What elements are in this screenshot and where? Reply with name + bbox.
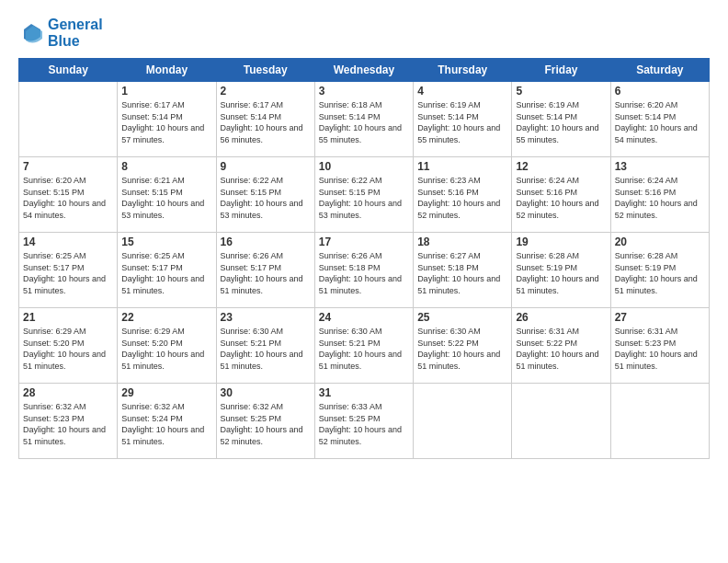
calendar-cell: 14Sunrise: 6:25 AMSunset: 5:17 PMDayligh… bbox=[19, 233, 118, 308]
day-number: 12 bbox=[516, 160, 606, 173]
calendar-week-4: 21Sunrise: 6:29 AMSunset: 5:20 PMDayligh… bbox=[19, 308, 710, 384]
day-number: 19 bbox=[516, 236, 606, 248]
day-info: Sunrise: 6:25 AMSunset: 5:17 PMDaylight:… bbox=[121, 250, 211, 296]
day-info: Sunrise: 6:31 AMSunset: 5:22 PMDaylight:… bbox=[516, 326, 606, 372]
day-info: Sunrise: 6:30 AMSunset: 5:21 PMDaylight:… bbox=[319, 326, 409, 372]
calendar-cell: 9Sunrise: 6:22 AMSunset: 5:15 PMDaylight… bbox=[216, 157, 314, 233]
day-info: Sunrise: 6:19 AMSunset: 5:14 PMDaylight:… bbox=[516, 99, 606, 145]
day-info: Sunrise: 6:26 AMSunset: 5:17 PMDaylight:… bbox=[221, 250, 311, 296]
day-header-saturday: Saturday bbox=[610, 59, 709, 82]
day-info: Sunrise: 6:30 AMSunset: 5:21 PMDaylight:… bbox=[221, 326, 311, 372]
day-number: 22 bbox=[121, 311, 211, 324]
day-header-sunday: Sunday bbox=[19, 59, 118, 82]
day-header-monday: Monday bbox=[118, 59, 216, 82]
calendar-cell: 12Sunrise: 6:24 AMSunset: 5:16 PMDayligh… bbox=[512, 157, 610, 233]
day-number: 30 bbox=[221, 386, 311, 399]
day-number: 9 bbox=[221, 160, 311, 173]
day-number: 1 bbox=[121, 85, 211, 98]
calendar-cell bbox=[19, 82, 118, 157]
day-number: 18 bbox=[417, 236, 507, 248]
day-info: Sunrise: 6:20 AMSunset: 5:15 PMDaylight:… bbox=[23, 175, 113, 221]
day-number: 6 bbox=[615, 85, 705, 98]
day-info: Sunrise: 6:29 AMSunset: 5:20 PMDaylight:… bbox=[121, 326, 211, 372]
day-info: Sunrise: 6:22 AMSunset: 5:15 PMDaylight:… bbox=[221, 175, 311, 221]
day-info: Sunrise: 6:21 AMSunset: 5:15 PMDaylight:… bbox=[121, 175, 211, 221]
day-number: 5 bbox=[516, 85, 606, 98]
day-number: 3 bbox=[319, 85, 409, 98]
day-number: 14 bbox=[23, 236, 113, 248]
day-info: Sunrise: 6:32 AMSunset: 5:25 PMDaylight:… bbox=[221, 401, 311, 447]
calendar-cell: 10Sunrise: 6:22 AMSunset: 5:15 PMDayligh… bbox=[314, 157, 413, 233]
calendar-cell: 8Sunrise: 6:21 AMSunset: 5:15 PMDaylight… bbox=[118, 157, 216, 233]
day-header-tuesday: Tuesday bbox=[216, 59, 314, 82]
logo: General Blue bbox=[18, 17, 103, 49]
day-info: Sunrise: 6:18 AMSunset: 5:14 PMDaylight:… bbox=[319, 99, 409, 145]
calendar-cell: 17Sunrise: 6:26 AMSunset: 5:18 PMDayligh… bbox=[314, 233, 413, 308]
day-number: 20 bbox=[615, 236, 705, 248]
day-info: Sunrise: 6:30 AMSunset: 5:22 PMDaylight:… bbox=[417, 326, 507, 372]
day-number: 8 bbox=[121, 160, 211, 173]
calendar-cell: 22Sunrise: 6:29 AMSunset: 5:20 PMDayligh… bbox=[118, 308, 216, 384]
calendar-week-1: 1Sunrise: 6:17 AMSunset: 5:14 PMDaylight… bbox=[19, 82, 710, 157]
calendar-cell: 5Sunrise: 6:19 AMSunset: 5:14 PMDaylight… bbox=[512, 82, 610, 157]
day-number: 23 bbox=[221, 311, 311, 324]
day-info: Sunrise: 6:32 AMSunset: 5:24 PMDaylight:… bbox=[121, 401, 211, 447]
day-number: 17 bbox=[319, 236, 409, 248]
calendar-cell: 2Sunrise: 6:17 AMSunset: 5:14 PMDaylight… bbox=[216, 82, 314, 157]
calendar-cell: 21Sunrise: 6:29 AMSunset: 5:20 PMDayligh… bbox=[19, 308, 118, 384]
calendar-cell: 18Sunrise: 6:27 AMSunset: 5:18 PMDayligh… bbox=[414, 233, 512, 308]
day-number: 21 bbox=[23, 311, 113, 324]
calendar-cell: 1Sunrise: 6:17 AMSunset: 5:14 PMDaylight… bbox=[118, 82, 216, 157]
calendar-cell: 31Sunrise: 6:33 AMSunset: 5:25 PMDayligh… bbox=[314, 384, 413, 459]
calendar-cell bbox=[414, 384, 512, 459]
day-number: 2 bbox=[221, 85, 311, 98]
day-number: 15 bbox=[121, 236, 211, 248]
day-number: 7 bbox=[23, 160, 113, 173]
day-info: Sunrise: 6:25 AMSunset: 5:17 PMDaylight:… bbox=[23, 250, 113, 296]
calendar-cell: 3Sunrise: 6:18 AMSunset: 5:14 PMDaylight… bbox=[314, 82, 413, 157]
day-info: Sunrise: 6:20 AMSunset: 5:14 PMDaylight:… bbox=[615, 99, 705, 145]
calendar-table: SundayMondayTuesdayWednesdayThursdayFrid… bbox=[18, 58, 710, 459]
calendar-cell: 30Sunrise: 6:32 AMSunset: 5:25 PMDayligh… bbox=[216, 384, 314, 459]
calendar-cell: 13Sunrise: 6:24 AMSunset: 5:16 PMDayligh… bbox=[610, 157, 709, 233]
calendar-cell: 28Sunrise: 6:32 AMSunset: 5:23 PMDayligh… bbox=[19, 384, 118, 459]
day-info: Sunrise: 6:27 AMSunset: 5:18 PMDaylight:… bbox=[417, 250, 507, 296]
day-number: 24 bbox=[319, 311, 409, 324]
header: General Blue bbox=[18, 17, 710, 49]
calendar-cell bbox=[610, 384, 709, 459]
day-info: Sunrise: 6:17 AMSunset: 5:14 PMDaylight:… bbox=[221, 99, 311, 145]
day-number: 16 bbox=[221, 236, 311, 248]
calendar-cell: 24Sunrise: 6:30 AMSunset: 5:21 PMDayligh… bbox=[314, 308, 413, 384]
calendar-cell: 25Sunrise: 6:30 AMSunset: 5:22 PMDayligh… bbox=[414, 308, 512, 384]
day-number: 29 bbox=[121, 386, 211, 399]
day-header-thursday: Thursday bbox=[414, 59, 512, 82]
calendar-cell: 15Sunrise: 6:25 AMSunset: 5:17 PMDayligh… bbox=[118, 233, 216, 308]
day-info: Sunrise: 6:33 AMSunset: 5:25 PMDaylight:… bbox=[319, 401, 409, 447]
day-info: Sunrise: 6:23 AMSunset: 5:16 PMDaylight:… bbox=[417, 175, 507, 221]
calendar-cell: 4Sunrise: 6:19 AMSunset: 5:14 PMDaylight… bbox=[414, 82, 512, 157]
calendar-cell: 26Sunrise: 6:31 AMSunset: 5:22 PMDayligh… bbox=[512, 308, 610, 384]
calendar-page: General Blue SundayMondayTuesdayWednesda… bbox=[0, 0, 728, 563]
day-number: 13 bbox=[615, 160, 705, 173]
day-info: Sunrise: 6:24 AMSunset: 5:16 PMDaylight:… bbox=[516, 175, 606, 221]
day-number: 27 bbox=[615, 311, 705, 324]
day-number: 25 bbox=[417, 311, 507, 324]
calendar-cell: 29Sunrise: 6:32 AMSunset: 5:24 PMDayligh… bbox=[118, 384, 216, 459]
calendar-cell: 11Sunrise: 6:23 AMSunset: 5:16 PMDayligh… bbox=[414, 157, 512, 233]
day-header-friday: Friday bbox=[512, 59, 610, 82]
day-info: Sunrise: 6:28 AMSunset: 5:19 PMDaylight:… bbox=[516, 250, 606, 296]
day-number: 10 bbox=[319, 160, 409, 173]
logo-text: General Blue bbox=[48, 17, 103, 49]
calendar-week-3: 14Sunrise: 6:25 AMSunset: 5:17 PMDayligh… bbox=[19, 233, 710, 308]
calendar-cell: 6Sunrise: 6:20 AMSunset: 5:14 PMDaylight… bbox=[610, 82, 709, 157]
day-info: Sunrise: 6:22 AMSunset: 5:15 PMDaylight:… bbox=[319, 175, 409, 221]
day-info: Sunrise: 6:19 AMSunset: 5:14 PMDaylight:… bbox=[417, 99, 507, 145]
day-info: Sunrise: 6:17 AMSunset: 5:14 PMDaylight:… bbox=[121, 99, 211, 145]
calendar-cell: 19Sunrise: 6:28 AMSunset: 5:19 PMDayligh… bbox=[512, 233, 610, 308]
day-info: Sunrise: 6:26 AMSunset: 5:18 PMDaylight:… bbox=[319, 250, 409, 296]
calendar-cell: 27Sunrise: 6:31 AMSunset: 5:23 PMDayligh… bbox=[610, 308, 709, 384]
calendar-cell: 16Sunrise: 6:26 AMSunset: 5:17 PMDayligh… bbox=[216, 233, 314, 308]
calendar-week-5: 28Sunrise: 6:32 AMSunset: 5:23 PMDayligh… bbox=[19, 384, 710, 459]
calendar-week-2: 7Sunrise: 6:20 AMSunset: 5:15 PMDaylight… bbox=[19, 157, 710, 233]
day-info: Sunrise: 6:32 AMSunset: 5:23 PMDaylight:… bbox=[23, 401, 113, 447]
